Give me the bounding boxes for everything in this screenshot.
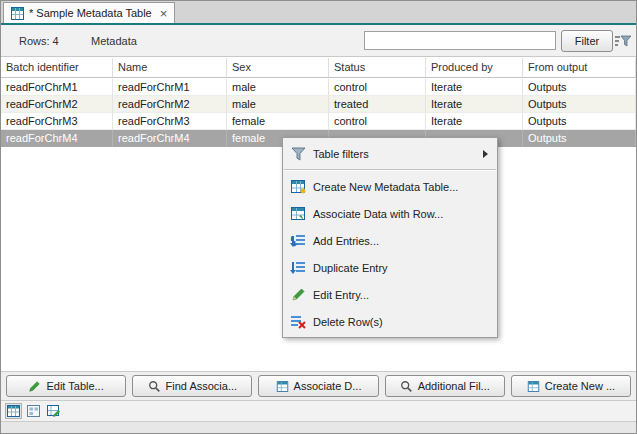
find-associated-button[interactable]: Find Associa... (132, 375, 252, 397)
metadata-label: Metadata (91, 35, 137, 47)
magnifier-icon (148, 380, 161, 393)
cell[interactable]: readForChrM1 (1, 79, 113, 96)
metadata-table-panel: * Sample Metadata Table × Rows: 4 Metada… (0, 0, 637, 434)
submenu-arrow-icon (483, 150, 488, 158)
menu-item-table-filters[interactable]: Table filters (283, 140, 497, 167)
new-metadata-table-icon (283, 179, 313, 194)
button-label: Additional Fil... (418, 380, 490, 392)
menu-item-add-entries[interactable]: Add Entries... (283, 227, 497, 254)
menu-item-create-new-metadata-table[interactable]: Create New Metadata Table... (283, 173, 497, 200)
menu-item-delete-rows[interactable]: Delete Row(s) (283, 308, 497, 335)
cell[interactable]: male (227, 96, 329, 113)
filter-input[interactable] (364, 31, 556, 50)
edit-table-button[interactable]: Edit Table... (6, 375, 126, 397)
tab-close-icon[interactable]: × (160, 7, 168, 20)
tab-sample-metadata-table[interactable]: * Sample Metadata Table × (3, 2, 175, 23)
button-label: Edit Table... (46, 380, 103, 392)
table-toolbar: Rows: 4 Metadata Filter (1, 25, 636, 57)
magnifier-funnel-icon (400, 380, 413, 393)
button-label: Find Associa... (166, 380, 238, 392)
associate-data-icon (283, 206, 313, 221)
cell[interactable]: Outputs (523, 130, 636, 147)
column-header-sex[interactable]: Sex (227, 58, 329, 77)
metadata-table-icon (11, 7, 24, 20)
column-header-name[interactable]: Name (113, 58, 227, 77)
button-label: Associate D... (294, 380, 362, 392)
table-header: Batch identifier Name Sex Status Produce… (1, 58, 636, 78)
column-header-from-output[interactable]: From output (523, 58, 636, 77)
tab-title: * Sample Metadata Table (29, 7, 152, 19)
column-header-status[interactable]: Status (329, 58, 426, 77)
filter-button[interactable]: Filter (561, 30, 613, 52)
cell[interactable]: readForChrM1 (113, 79, 227, 96)
cell[interactable]: Iterate (426, 79, 523, 96)
cell[interactable]: male (227, 79, 329, 96)
create-new-button[interactable]: Create New ... (511, 375, 631, 397)
cell[interactable]: readForChrM3 (1, 113, 113, 130)
grid-view-icon[interactable] (25, 403, 42, 419)
additional-filter-button[interactable]: Additional Fil... (385, 375, 505, 397)
duplicate-entry-icon (283, 260, 313, 275)
cell[interactable]: female (227, 113, 329, 130)
menu-item-duplicate-entry[interactable]: Duplicate Entry (283, 254, 497, 281)
menu-item-associate-data-with-row[interactable]: Associate Data with Row... (283, 200, 497, 227)
action-button-bar: Edit Table... Find Associa... Associate … (1, 371, 636, 400)
table-row[interactable]: readForChrM1 readForChrM1 male control I… (1, 79, 636, 96)
cell[interactable]: readForChrM4 (113, 130, 227, 147)
cell[interactable]: readForChrM2 (113, 96, 227, 113)
table-view-icon[interactable] (5, 403, 22, 419)
column-header-batch-identifier[interactable]: Batch identifier (1, 58, 113, 77)
cell[interactable]: Outputs (523, 113, 636, 130)
menu-item-edit-entry[interactable]: Edit Entry... (283, 281, 497, 308)
menu-item-label: Associate Data with Row... (313, 208, 497, 220)
button-label: Create New ... (545, 380, 615, 392)
menu-item-label: Delete Row(s) (313, 316, 497, 328)
view-mode-bar (1, 400, 636, 421)
cell[interactable]: Iterate (426, 113, 523, 130)
cell[interactable]: control (329, 79, 426, 96)
menu-item-label: Duplicate Entry (313, 262, 497, 274)
new-table-icon (527, 380, 540, 393)
filter-options-icon[interactable] (614, 33, 632, 49)
table-icon (276, 380, 289, 393)
menu-item-label: Add Entries... (313, 235, 497, 247)
edit-pencil-icon (283, 287, 313, 302)
cell[interactable]: Outputs (523, 79, 636, 96)
cell[interactable]: readForChrM3 (113, 113, 227, 130)
delete-row-icon (283, 314, 313, 329)
funnel-icon (283, 147, 313, 161)
table-row[interactable]: readForChrM3 readForChrM3 female control… (1, 113, 636, 130)
context-menu: Table filters Create New Metadata Table.… (282, 137, 498, 338)
cell[interactable]: Iterate (426, 96, 523, 113)
pencil-icon (28, 380, 41, 393)
menu-item-label: Edit Entry... (313, 289, 497, 301)
bottom-strip (1, 421, 636, 433)
table-row[interactable]: readForChrM2 readForChrM2 male treated I… (1, 96, 636, 113)
associate-data-button[interactable]: Associate D... (258, 375, 378, 397)
cell[interactable]: readForChrM2 (1, 96, 113, 113)
menu-item-label: Create New Metadata Table... (313, 181, 497, 193)
tab-strip: * Sample Metadata Table × (1, 1, 636, 23)
cell[interactable]: control (329, 113, 426, 130)
add-entries-icon (283, 233, 313, 248)
cell[interactable]: treated (329, 96, 426, 113)
column-header-produced-by[interactable]: Produced by (426, 58, 523, 77)
table-edit-view-icon[interactable] (45, 403, 62, 419)
menu-item-label: Table filters (313, 148, 483, 160)
cell[interactable]: readForChrM4 (1, 130, 113, 147)
cell[interactable]: Outputs (523, 96, 636, 113)
rows-count-label: Rows: 4 (19, 35, 59, 47)
menu-separator (284, 169, 496, 171)
